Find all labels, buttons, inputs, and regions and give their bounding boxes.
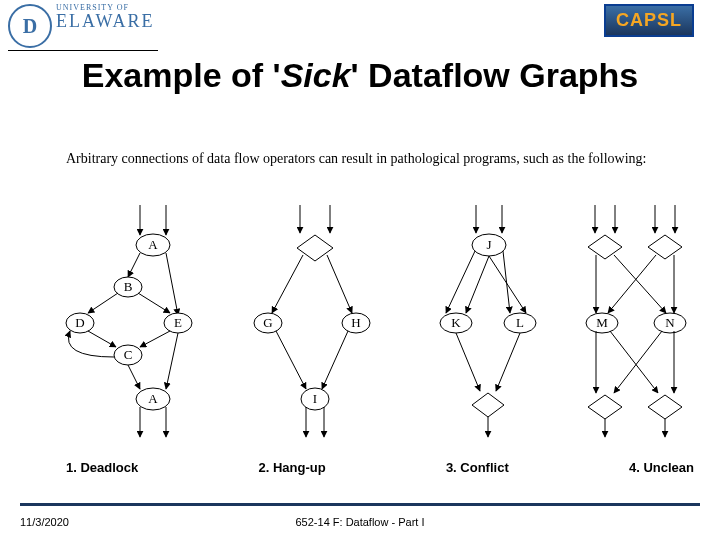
svg-line-34 (503, 251, 510, 313)
graph-hangup: G H I (254, 205, 370, 437)
node-b-label: B (124, 279, 133, 294)
svg-line-32 (446, 251, 475, 313)
graph-conflict: J K L (440, 205, 536, 437)
intro-text: Arbitrary connections of data flow opera… (66, 150, 680, 168)
capsl-logo: CAPSL (604, 4, 694, 37)
title-sick: Sick (281, 56, 351, 94)
caption-hangup: 2. Hang-up (258, 460, 325, 475)
slide: D UNIVERSITY OF ELAWARE CAPSL Example of… (0, 0, 720, 540)
node-l-label: L (516, 315, 524, 330)
svg-line-33 (466, 256, 489, 313)
node-c-label: C (124, 347, 133, 362)
svg-line-11 (140, 331, 170, 347)
svg-line-39 (496, 333, 520, 391)
svg-line-21 (327, 255, 352, 313)
svg-line-6 (88, 293, 118, 313)
node-e-label: E (174, 315, 182, 330)
node-m-label: M (596, 315, 608, 330)
svg-line-24 (276, 331, 306, 389)
slide-title: Example of 'Sick' Dataflow Graphs (0, 56, 720, 95)
node-d-label: D (75, 315, 84, 330)
svg-line-20 (272, 255, 303, 313)
svg-line-13 (128, 365, 140, 389)
svg-line-25 (322, 331, 348, 389)
svg-line-47 (608, 255, 656, 313)
footer-center: 652-14 F: Dataflow - Part I (0, 516, 720, 528)
svg-line-3 (128, 253, 140, 277)
svg-line-10 (88, 331, 116, 347)
svg-line-52 (610, 331, 658, 393)
node-n-label: N (665, 315, 675, 330)
dataflow-diagram: A B D E C (0, 205, 720, 465)
footer-rule (20, 503, 700, 506)
univ-big: ELAWARE (56, 12, 155, 30)
node-k-label: K (451, 315, 461, 330)
svg-line-4 (166, 253, 178, 315)
univ-delaware-logo: D UNIVERSITY OF ELAWARE (8, 4, 158, 51)
svg-line-53 (614, 331, 662, 393)
caption-row: 1. Deadlock 2. Hang-up 3. Conflict 4. Un… (66, 460, 694, 475)
svg-line-7 (138, 293, 170, 313)
node-g-label: G (263, 315, 272, 330)
graph-unclean: M N (586, 205, 686, 437)
caption-conflict: 3. Conflict (446, 460, 509, 475)
svg-line-38 (456, 333, 480, 391)
title-post: ' Dataflow Graphs (351, 56, 639, 94)
graph-deadlock: A B D E C (66, 205, 192, 437)
node-a2-label: A (148, 391, 158, 406)
caption-unclean: 4. Unclean (629, 460, 694, 475)
node-i-label: I (313, 391, 317, 406)
title-pre: Example of ' (82, 56, 281, 94)
svg-line-46 (614, 255, 666, 313)
node-j-label: J (486, 237, 491, 252)
svg-line-14 (166, 333, 178, 389)
seal-icon: D (8, 4, 52, 48)
node-h-label: H (351, 315, 360, 330)
node-a-label: A (148, 237, 158, 252)
svg-line-35 (489, 256, 526, 313)
caption-deadlock: 1. Deadlock (66, 460, 138, 475)
